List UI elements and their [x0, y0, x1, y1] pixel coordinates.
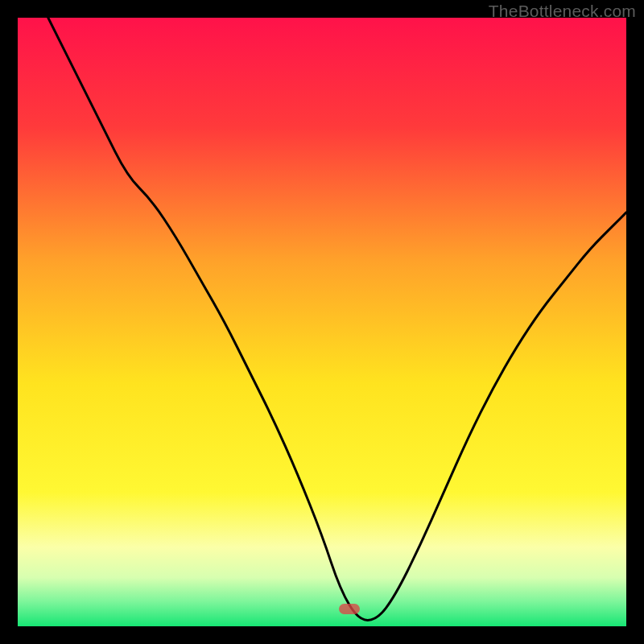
plot-area — [18, 18, 626, 626]
curve-layer — [18, 18, 626, 626]
bottleneck-curve — [48, 18, 626, 620]
optimal-point-marker — [339, 604, 360, 614]
chart-frame: TheBottleneck.com — [0, 0, 644, 644]
